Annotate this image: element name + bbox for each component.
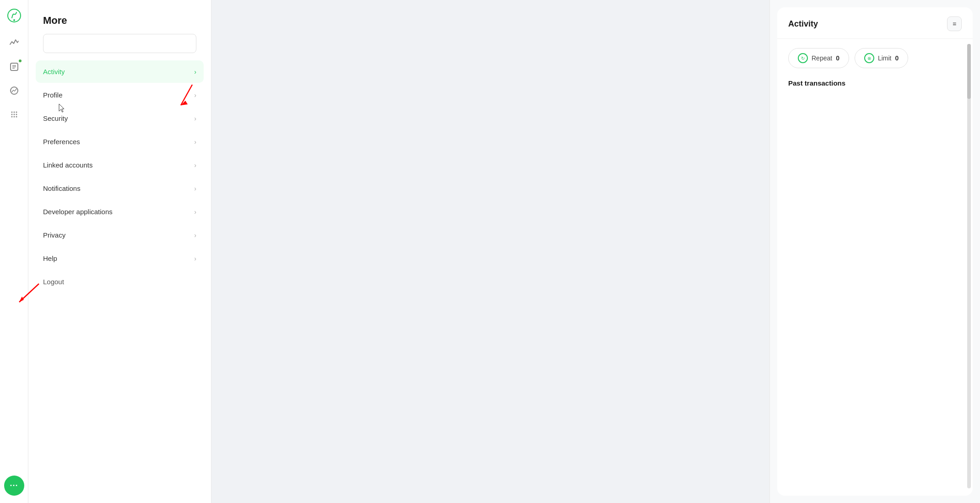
menu-item-label: Profile [43, 91, 63, 99]
activity-panel-title: Activity [788, 19, 818, 29]
chevron-right-icon: › [194, 185, 196, 192]
svg-point-12 [16, 112, 17, 113]
menu-item-linked-accounts[interactable]: Linked accounts › [36, 154, 204, 176]
svg-point-13 [11, 116, 12, 118]
svg-point-10 [11, 112, 12, 113]
chevron-right-icon: › [194, 162, 196, 169]
panel-menu-button[interactable]: ≡ [947, 16, 962, 31]
left-panel-header: More [28, 0, 211, 34]
menu-item-developer-applications[interactable]: Developer applications › [36, 200, 204, 223]
transactions-badge [18, 59, 22, 63]
app-logo[interactable] [6, 7, 22, 24]
activity-panel-header: Activity ≡ [777, 7, 973, 39]
limit-label: Limit [878, 54, 892, 62]
menu-item-help[interactable]: Help › [36, 247, 204, 270]
menu-item-label: Notifications [43, 184, 81, 192]
sidebar-item-dots[interactable] [4, 104, 24, 124]
limit-count: 0 [895, 54, 899, 62]
menu-item-preferences[interactable]: Preferences › [36, 130, 204, 153]
svg-point-9 [16, 114, 17, 115]
chevron-right-icon: › [194, 255, 196, 262]
page-title: More [43, 15, 196, 27]
menu-item-label: Security [43, 114, 68, 122]
repeat-count: 0 [836, 54, 839, 62]
chevron-right-icon: › [194, 208, 196, 216]
repeat-label: Repeat [812, 54, 832, 62]
svg-point-8 [13, 114, 15, 115]
panel-scrollbar[interactable] [967, 44, 971, 488]
menu-item-activity[interactable]: Activity › [36, 60, 204, 83]
left-panel: More Activity › Profile › Security › Pre… [28, 0, 211, 503]
chevron-right-icon: › [194, 68, 196, 76]
menu-item-label: Developer applications [43, 208, 113, 216]
chevron-right-icon: › [194, 92, 196, 99]
limit-icon: ⊗ [864, 53, 874, 63]
menu-item-privacy[interactable]: Privacy › [36, 224, 204, 246]
sidebar-item-activity[interactable] [4, 33, 24, 53]
filter-buttons-group: ↻ Repeat 0 ⊗ Limit 0 [788, 48, 962, 68]
limit-filter-button[interactable]: ⊗ Limit 0 [855, 48, 908, 68]
menu-icon: ≡ [953, 20, 956, 27]
menu-item-label: Privacy [43, 231, 65, 239]
sidebar: ··· [0, 0, 28, 503]
right-panel: Activity ≡ ↻ Repeat 0 ⊗ Limit 0 Past tra… [769, 0, 980, 503]
sidebar-item-transactions[interactable] [4, 57, 24, 77]
menu-item-label: Help [43, 254, 57, 262]
menu-item-logout[interactable]: Logout [36, 270, 211, 293]
activity-panel-content: ↻ Repeat 0 ⊗ Limit 0 Past transactions [777, 39, 973, 496]
svg-point-15 [16, 116, 17, 118]
chevron-right-icon: › [194, 232, 196, 239]
menu-item-security[interactable]: Security › [36, 107, 204, 130]
menu-item-label: Linked accounts [43, 161, 92, 169]
chevron-right-icon: › [194, 115, 196, 122]
svg-point-14 [13, 116, 15, 118]
repeat-filter-button[interactable]: ↻ Repeat 0 [788, 48, 849, 68]
panel-scrollbar-thumb[interactable] [967, 44, 971, 99]
menu-item-profile[interactable]: Profile › [36, 84, 204, 106]
middle-panel [211, 0, 769, 503]
menu-item-notifications[interactable]: Notifications › [36, 177, 204, 200]
menu-item-label: Preferences [43, 138, 80, 146]
search-input[interactable] [43, 34, 196, 53]
svg-point-7 [11, 114, 12, 115]
menu-list: Activity › Profile › Security › Preferen… [28, 60, 211, 270]
repeat-icon: ↻ [798, 53, 808, 63]
logout-label: Logout [43, 278, 64, 286]
menu-item-label: Activity [43, 68, 65, 76]
sidebar-more-button[interactable]: ··· [4, 476, 24, 496]
svg-point-1 [13, 19, 15, 21]
sidebar-item-analytics[interactable] [4, 81, 24, 101]
chevron-right-icon: › [194, 138, 196, 146]
search-bar-container [28, 34, 211, 60]
activity-panel: Activity ≡ ↻ Repeat 0 ⊗ Limit 0 Past tra… [777, 7, 973, 496]
past-transactions-label: Past transactions [788, 79, 962, 87]
svg-point-11 [13, 112, 15, 113]
